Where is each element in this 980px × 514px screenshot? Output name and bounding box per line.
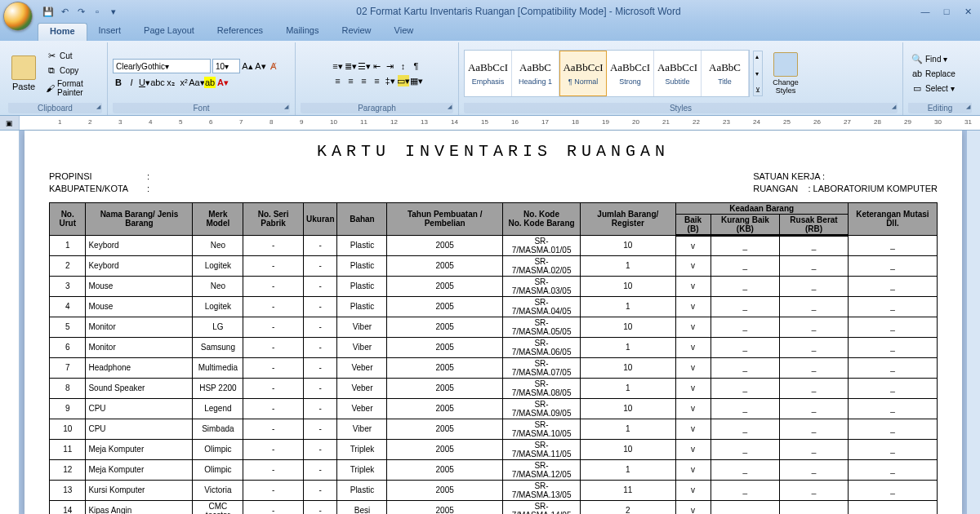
style-preview: AaBbCcI: [468, 61, 508, 74]
paste-button[interactable]: Paste: [8, 52, 39, 95]
line-spacing-button[interactable]: ‡▾: [385, 75, 396, 86]
bullets-button[interactable]: ≡▾: [332, 60, 344, 72]
format-painter-button[interactable]: 🖌Format Painter: [42, 78, 102, 98]
font-size-combo[interactable]: 10 ▾: [212, 59, 240, 73]
ruler[interactable]: 1234567891011121314151617181920212223242…: [20, 116, 980, 130]
style-label: Title: [718, 78, 732, 86]
inventory-table: No. Urut Nama Barang/ Jenis Barang Merk …: [49, 202, 938, 514]
propinsi-value: :: [147, 171, 149, 181]
tab-review[interactable]: Review: [330, 23, 382, 41]
table-row: 1KeybordNeo--Plastic2005SR-7/MASMA.01/05…: [50, 235, 938, 255]
ribbon-tabs: Home Insert Page Layout References Maili…: [0, 23, 980, 41]
doc-title: KARTU INVENTARIS RUANGAN: [49, 142, 938, 161]
superscript-button[interactable]: x²: [178, 77, 189, 88]
col-bahan: Bahan: [337, 202, 387, 235]
show-marks-button[interactable]: ¶: [411, 60, 422, 72]
style-item[interactable]: AaBbCTitle: [702, 51, 749, 96]
justify-button[interactable]: ≡: [372, 75, 383, 86]
group-paragraph: ≡▾ ≣▾ ☰▾ ⇤ ⇥ ↕ ¶ ≡ ≡ ≡ ≡ ‡▾ ▭▾ ▦▾ Paragr…: [296, 42, 459, 115]
kabupaten-label: KABUPATEN/KOTA: [49, 183, 147, 195]
select-button[interactable]: ▭Select ▾: [908, 82, 958, 95]
ruler-vertical[interactable]: [0, 131, 20, 514]
find-button[interactable]: 🔍Find ▾: [908, 52, 951, 65]
style-label: Subtitle: [665, 78, 689, 86]
tab-view[interactable]: View: [383, 23, 425, 41]
table-row: 10CPUSimbada--Viber2005SR-7/MASMA.10/051…: [50, 419, 938, 439]
ruler-corner[interactable]: ▣: [0, 116, 20, 130]
table-row: 8Sound SpeakerHSP 2200--Veber2005SR-7/MA…: [50, 378, 938, 398]
align-right-button[interactable]: ≡: [359, 75, 370, 86]
scrollbar-vertical[interactable]: [967, 131, 980, 514]
ruler-horizontal: ▣ 12345678910111213141516171819202122232…: [0, 116, 980, 131]
copy-button[interactable]: ⧉Copy: [42, 64, 102, 77]
group-label-styles: Styles: [464, 103, 898, 113]
dec-indent-button[interactable]: ⇤: [372, 60, 383, 72]
new-icon[interactable]: ▫: [90, 4, 105, 19]
styles-more[interactable]: ⊻: [754, 85, 762, 95]
maximize-button[interactable]: □: [938, 4, 956, 19]
group-label-clipboard: Clipboard: [8, 103, 102, 113]
qat-dropdown-icon[interactable]: ▾: [106, 4, 121, 19]
change-styles-label: Change Styles: [769, 78, 802, 95]
sort-button[interactable]: ↕: [398, 60, 409, 72]
bold-button[interactable]: B: [113, 77, 124, 88]
propinsi-label: PROPINSI: [49, 171, 147, 183]
inc-indent-button[interactable]: ⇥: [385, 60, 396, 72]
align-left-button[interactable]: ≡: [332, 75, 344, 86]
subscript-button[interactable]: x₂: [165, 77, 176, 88]
table-row: 3MouseNeo--Plastic2005SR-7/MASMA.03/0510…: [50, 276, 938, 296]
copy-icon: ⧉: [46, 64, 57, 76]
borders-button[interactable]: ▦▾: [411, 75, 422, 86]
tab-page-layout[interactable]: Page Layout: [132, 23, 206, 41]
col-kb: Kurang Baik (KB): [710, 214, 780, 235]
redo-icon[interactable]: ↷: [74, 4, 88, 19]
font-color-button[interactable]: A▾: [217, 77, 229, 88]
style-item[interactable]: AaBbCcIStrong: [607, 51, 654, 96]
col-merk: Merk Model: [193, 202, 243, 235]
tab-home[interactable]: Home: [38, 23, 87, 41]
numbering-button[interactable]: ≣▾: [345, 60, 357, 72]
col-ukuran: Ukuran: [304, 202, 337, 235]
italic-button[interactable]: I: [126, 77, 137, 88]
style-preview: AaBbC: [519, 61, 551, 74]
replace-button[interactable]: abReplace: [908, 67, 959, 80]
style-item[interactable]: AaBbCcISubtitle: [654, 51, 702, 96]
highlight-button[interactable]: ab: [204, 77, 216, 88]
cut-button[interactable]: ✂Cut: [42, 49, 102, 62]
underline-button[interactable]: U▾: [139, 77, 150, 88]
col-keadaan: Keadaan Barang: [675, 202, 848, 214]
tab-insert[interactable]: Insert: [87, 23, 133, 41]
document-page[interactable]: KARTU INVENTARIS RUANGAN PROPINSI: KABUP…: [24, 131, 962, 514]
styles-gallery[interactable]: AaBbCcIEmphasisAaBbCHeading 1AaBbCcI¶ No…: [464, 50, 750, 97]
find-icon: 🔍: [911, 53, 923, 64]
satuan-value: :: [822, 171, 825, 181]
undo-icon[interactable]: ↶: [57, 4, 72, 19]
minimize-button[interactable]: —: [916, 4, 934, 19]
shrink-font-icon[interactable]: A▾: [255, 60, 266, 72]
align-center-button[interactable]: ≡: [345, 75, 357, 86]
quick-access-toolbar: 💾 ↶ ↷ ▫ ▾: [41, 4, 121, 19]
clear-format-icon[interactable]: A̸: [268, 60, 279, 72]
multilevel-button[interactable]: ☰▾: [359, 60, 370, 72]
grow-font-icon[interactable]: A▴: [242, 60, 253, 72]
style-item[interactable]: AaBbCcI¶ Normal: [559, 51, 607, 96]
styles-scroll-up[interactable]: ▴: [754, 51, 762, 62]
group-clipboard: Paste ✂Cut ⧉Copy 🖌Format Painter Clipboa…: [3, 42, 108, 115]
style-item[interactable]: AaBbCHeading 1: [512, 51, 559, 96]
style-preview: AaBbCcI: [657, 61, 697, 74]
close-button[interactable]: ✕: [959, 4, 977, 19]
tab-references[interactable]: References: [206, 23, 274, 41]
table-row: 5MonitorLG--Viber2005SR-7/MASMA.05/0510v…: [50, 317, 938, 337]
style-item[interactable]: AaBbCcIEmphasis: [465, 51, 512, 96]
save-icon[interactable]: 💾: [41, 4, 56, 19]
font-name-combo[interactable]: ClearlyGothic ▾: [113, 59, 211, 73]
change-styles-button[interactable]: Change Styles: [766, 49, 805, 98]
change-case-button[interactable]: Aa▾: [191, 77, 203, 88]
strike-button[interactable]: abc: [152, 77, 163, 88]
office-button[interactable]: [3, 2, 33, 31]
tab-mailings[interactable]: Mailings: [274, 23, 330, 41]
styles-scroll-down[interactable]: ▾: [754, 69, 762, 79]
style-preview: AaBbCcI: [563, 61, 603, 74]
ribbon: Paste ✂Cut ⧉Copy 🖌Format Painter Clipboa…: [0, 41, 980, 116]
shading-button[interactable]: ▭▾: [398, 75, 409, 86]
